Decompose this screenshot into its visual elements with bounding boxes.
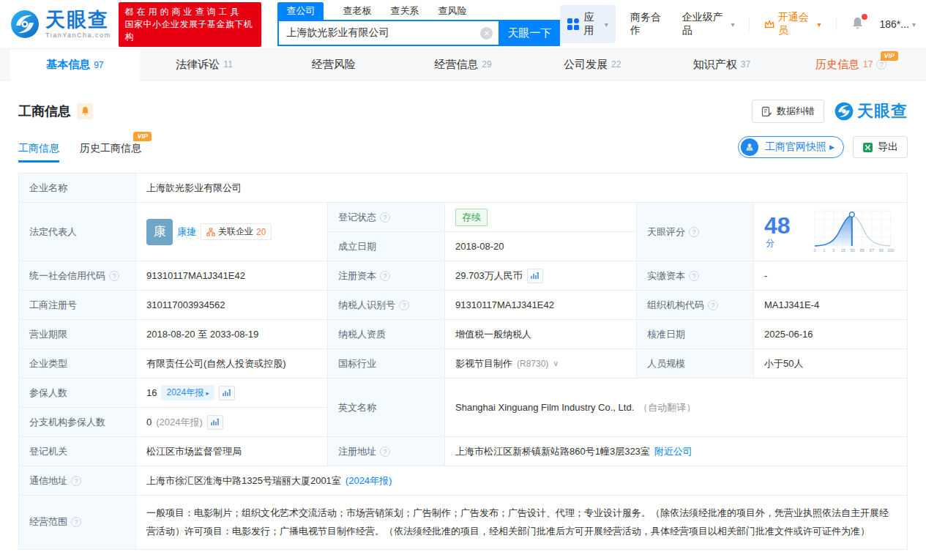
avatar[interactable]: 康	[146, 219, 173, 245]
help-icon[interactable]: ?	[380, 212, 390, 223]
search-input[interactable]	[277, 20, 499, 46]
industry-code: (R8730)	[517, 359, 548, 369]
field-label: 法定代表人	[19, 203, 136, 261]
field-label: 经营范围 ?	[19, 496, 136, 549]
vip-badge: VIP	[881, 51, 899, 61]
edit-doc-icon	[761, 106, 772, 117]
table-row: 登记机关 松江区市场监督管理局 注册地址 ? 上海市松江区新桥镇新站路860号1…	[19, 437, 907, 466]
tab-operation-info[interactable]: 经营信息 29	[398, 49, 528, 80]
notification-dot	[862, 14, 867, 20]
data-correction-button[interactable]: 数据纠错	[752, 100, 824, 123]
nav-enterprise-label: 企业级产品	[682, 11, 728, 37]
user-account-menu[interactable]: 186*... ▾	[879, 18, 916, 30]
subtab-history-business-info[interactable]: VIP 历史工商信息	[80, 142, 141, 163]
annual-report-chip[interactable]: 2024年报 ▸	[161, 385, 214, 400]
reg-status-value: 存续	[445, 203, 636, 231]
field-label: 参保人数	[19, 378, 136, 407]
tab-label: 经营风险	[312, 58, 356, 72]
field-label: 纳税人识别号 ?	[328, 291, 445, 319]
search-tab-company[interactable]: 查公司	[277, 2, 324, 20]
nearby-companies-link[interactable]: 附近公司	[654, 445, 692, 458]
divider	[836, 18, 837, 31]
help-icon[interactable]: ?	[689, 227, 699, 237]
trend-chart-icon[interactable]	[207, 415, 223, 430]
apps-label: 应用	[583, 11, 600, 37]
nav-open-vip[interactable]: 开通会员 ▾	[764, 11, 821, 37]
tab-count: 37	[741, 59, 750, 70]
official-snapshot-button[interactable]: 工商官网快照 ▶	[738, 136, 844, 158]
svg-text:100: 100	[887, 247, 894, 252]
top-nav: 应用 ▾ 商务合作 企业级产品 ▾ 开通会员 ▾ 186*... ▾	[560, 5, 916, 43]
tab-label: 历史信息	[815, 58, 859, 72]
field-label: 企业类型	[19, 349, 136, 378]
logo-subtitle: TianYanCha.com	[45, 32, 111, 39]
annual-report-link[interactable]: (2024年报)	[346, 474, 392, 488]
chevron-down-icon[interactable]: ∨	[553, 359, 559, 368]
score-unit: 分	[766, 238, 774, 248]
table-row: 法定代表人 康 康捷 关联企业 20	[19, 203, 907, 261]
help-icon[interactable]: ?	[399, 300, 409, 310]
business-info-table: 企业名称 上海歆光影业有限公司 法定代表人 康 康捷 关联企业 20	[18, 173, 908, 550]
company-name-value: 上海歆光影业有限公司	[136, 173, 907, 202]
help-icon[interactable]: ?	[380, 447, 390, 457]
tab-company-development[interactable]: 公司发展 22	[528, 49, 657, 80]
help-icon[interactable]: ?	[380, 271, 390, 281]
help-icon[interactable]: ?	[109, 271, 119, 281]
tab-operation-risk[interactable]: 经营风险	[269, 49, 398, 80]
help-icon[interactable]: ?	[689, 271, 699, 281]
table-row: 营业期限 2018-08-20 至 2033-08-19 纳税人资质 增值税一般…	[19, 320, 907, 349]
stamp-icon	[741, 138, 758, 156]
apps-menu[interactable]: 应用 ▾	[560, 5, 615, 43]
org-structure-icon	[206, 228, 215, 236]
tab-basic-info[interactable]: 基本信息 97	[10, 49, 140, 81]
tianyancha-logo[interactable]: 天眼查 TianYanCha.com	[10, 10, 111, 39]
slogan-line1: 都在用的商业查询工具	[125, 6, 255, 18]
industry-value[interactable]: 影视节目制作 (R8730) ∨	[445, 349, 637, 378]
help-icon[interactable]: ?	[71, 517, 81, 527]
tab-count: 22	[611, 59, 621, 70]
field-label: 天眼评分 ?	[637, 203, 754, 261]
related-companies-badge[interactable]: 关联企业 20	[201, 223, 272, 240]
search-button[interactable]: 天眼一下	[499, 20, 560, 46]
svg-text:3: 3	[833, 247, 835, 252]
related-label: 关联企业	[218, 225, 253, 238]
top-header: 天眼查 TianYanCha.com 都在用的商业查询工具 国家中小企业发展子基…	[0, 0, 926, 48]
trend-chart-icon[interactable]	[219, 386, 235, 400]
search-tab-risk[interactable]: 查风险	[438, 2, 466, 20]
staff-size-value: 小于50人	[754, 349, 907, 378]
tab-intellectual-property[interactable]: 知识产权 37	[657, 49, 787, 80]
svg-text:97: 97	[870, 247, 874, 252]
main-content: 工商信息 数据纠错	[0, 100, 926, 550]
search-tab-boss[interactable]: 查老板	[343, 2, 371, 20]
tab-legal-litigation[interactable]: 法律诉讼 11	[140, 49, 269, 80]
notifications-bell-icon[interactable]	[851, 16, 865, 33]
reg-capital-value: 29.703万人民币	[445, 261, 637, 290]
field-label: 分支机构参保人数	[19, 408, 136, 436]
table-row: 通信地址 ? 上海市徐汇区淮海中路1325号瑞丽大厦2001室 (2024年报)	[19, 466, 907, 496]
field-label: 登记状态 ?	[328, 203, 445, 231]
search-tab-relation[interactable]: 查关系	[390, 2, 419, 20]
watermark-text: 天眼查	[857, 100, 908, 122]
subtab-label: 历史工商信息	[80, 142, 141, 154]
english-name-value: Shanghai Xinguang Film Industry Co., Ltd…	[445, 378, 907, 436]
legal-rep-link[interactable]: 康捷	[177, 225, 196, 239]
help-icon[interactable]: ?	[876, 59, 886, 70]
crown-icon	[764, 19, 774, 29]
subscribe-bell-icon[interactable]	[77, 103, 93, 119]
business-term-value: 2018-08-20 至 2033-08-19	[136, 320, 328, 348]
export-button[interactable]: 导出	[853, 136, 908, 158]
field-label: 营业期限	[19, 320, 136, 348]
nav-cooperation[interactable]: 商务合作	[630, 11, 668, 37]
nav-enterprise-products[interactable]: 企业级产品 ▾	[682, 11, 735, 37]
help-icon[interactable]: ?	[708, 300, 718, 310]
tab-history-info[interactable]: VIP 历史信息 17 ?	[786, 49, 916, 80]
report-note: (2024年报)	[156, 416, 203, 429]
subtab-business-info[interactable]: 工商信息	[18, 142, 59, 163]
trend-chart-icon[interactable]	[527, 269, 543, 283]
export-label: 导出	[878, 141, 898, 154]
help-icon[interactable]: ?	[71, 476, 81, 486]
tianyan-score-cell[interactable]: 48分	[754, 203, 907, 261]
arrow-right-icon: ▶	[829, 143, 834, 151]
search-tabs: 查公司 查老板 查关系 查风险	[277, 2, 560, 20]
svg-text:1: 1	[824, 247, 826, 252]
